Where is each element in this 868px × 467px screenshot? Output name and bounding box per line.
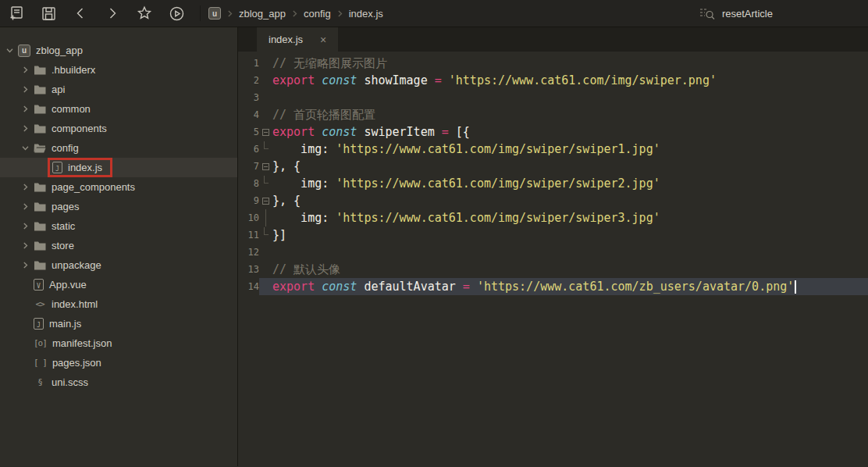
code-line[interactable]: 10 img: 'https://www.cat61.com/img/swipe… xyxy=(238,209,868,226)
code-line[interactable]: 4// 首页轮播图配置 xyxy=(238,106,868,123)
fold-spacer xyxy=(259,55,272,72)
fold-spacer xyxy=(259,278,272,295)
tree-item-api[interactable]: api xyxy=(0,80,237,99)
code-text: img: 'https://www.cat61.com/img/swiper/s… xyxy=(272,141,660,158)
tree-item-index-html[interactable]: <>index.html xyxy=(0,294,237,314)
back-button[interactable] xyxy=(70,3,91,23)
code-line[interactable]: 13// 默认头像 xyxy=(238,261,868,278)
folder-icon xyxy=(34,201,46,212)
save-button[interactable] xyxy=(38,3,59,23)
fold-toggle-icon[interactable] xyxy=(259,123,272,141)
tree-item-components[interactable]: components xyxy=(0,119,237,138)
code-text: img: 'https://www.cat61.com/img/swiper/s… xyxy=(272,175,660,192)
tree-item-manifest-json[interactable]: [o]manifest.json xyxy=(0,333,237,353)
chevron-right-icon[interactable] xyxy=(19,105,32,112)
tree-item-label: index.html xyxy=(52,298,98,310)
code-line[interactable]: 5export const swiperItem = [{ xyxy=(238,123,868,141)
save-icon xyxy=(41,5,57,22)
fold-collapse-glyph xyxy=(262,163,269,170)
line-body: // 首页轮播图配置 xyxy=(259,106,868,123)
breadcrumb-item-config[interactable]: config xyxy=(304,8,331,20)
tree-item-label: uni.scss xyxy=(52,376,88,388)
fold-scope-corner xyxy=(264,141,269,149)
chevron-down-icon[interactable] xyxy=(3,47,16,54)
tree-item--hbuilderx[interactable]: .hbuilderx xyxy=(0,60,237,80)
tree-label-group: pages xyxy=(32,198,84,215)
tree-item-common[interactable]: common xyxy=(0,99,237,119)
folder-icon xyxy=(34,260,46,270)
forward-button[interactable] xyxy=(102,3,123,23)
tree-label-group: VApp.vue xyxy=(32,276,91,293)
js-file-icon: J xyxy=(34,318,44,330)
code-line[interactable]: 7}, { xyxy=(238,158,868,175)
code-line[interactable]: 8 img: 'https://www.cat61.com/img/swiper… xyxy=(238,175,868,192)
code-editor[interactable]: 1// 无缩略图展示图片2export const showImage = 'h… xyxy=(238,52,868,466)
scss-file-icon: § xyxy=(34,377,46,387)
line-number: 2 xyxy=(238,72,259,89)
code-line[interactable]: 9}, { xyxy=(238,192,868,209)
tree-item-label: index.js xyxy=(68,162,102,173)
tab-close-icon[interactable]: × xyxy=(320,34,326,45)
tree-item-main-js[interactable]: Jmain.js xyxy=(0,314,237,333)
line-number: 6 xyxy=(238,141,259,158)
chevron-right-icon[interactable] xyxy=(19,223,32,230)
fold-scope-corner xyxy=(264,176,269,184)
tree-item-index-js[interactable]: Jindex.js xyxy=(0,158,237,177)
code-text: }, { xyxy=(272,192,301,209)
tree-item-page-components[interactable]: page_components xyxy=(0,177,237,197)
code-line[interactable]: 14export const defaultAvatar = 'https://… xyxy=(238,278,868,295)
tree-item-static[interactable]: static xyxy=(0,216,237,236)
chevron-right-icon[interactable] xyxy=(19,66,32,73)
chevron-right-icon[interactable] xyxy=(19,184,32,191)
breadcrumb-item-index-js[interactable]: index.js xyxy=(349,8,383,20)
tree-item-app-vue[interactable]: VApp.vue xyxy=(0,275,237,294)
tree-item-store[interactable]: store xyxy=(0,236,237,255)
chevron-right-icon[interactable] xyxy=(19,242,32,249)
fold-spacer xyxy=(259,106,272,123)
favorite-button[interactable] xyxy=(134,3,155,23)
code-line[interactable]: 11}] xyxy=(238,226,868,244)
chevron-right-icon[interactable] xyxy=(19,86,32,93)
code-line[interactable]: 2export const showImage = 'https://www.c… xyxy=(238,72,868,89)
current-line: export const defaultAvatar = 'https://ww… xyxy=(259,278,868,295)
chevron-right-icon[interactable] xyxy=(19,125,32,132)
code-line[interactable]: 6 img: 'https://www.cat61.com/img/swiper… xyxy=(238,141,868,158)
chevron-right-icon[interactable] xyxy=(19,203,32,210)
code-line[interactable]: 1// 无缩略图展示图片 xyxy=(238,55,868,72)
line-number: 5 xyxy=(238,123,259,141)
tree-item-zblog-app[interactable]: uzblog_app xyxy=(0,41,237,60)
breadcrumb-item-zblog-app[interactable]: zblog_app xyxy=(239,8,286,20)
toolbar-search[interactable]: resetArticle xyxy=(699,6,773,21)
tab-index-js[interactable]: index.js × xyxy=(257,27,338,52)
chevron-right-icon[interactable] xyxy=(19,262,32,269)
tree-item-pages[interactable]: pages xyxy=(0,197,237,216)
tree-item-uni-scss[interactable]: §uni.scss xyxy=(0,373,237,392)
tree-label-group: static xyxy=(32,218,80,234)
chevron-right-icon xyxy=(226,10,233,17)
chevron-down-icon[interactable] xyxy=(19,144,32,152)
tree-item-label: config xyxy=(52,142,79,154)
line-number: 11 xyxy=(238,226,259,244)
fold-toggle-icon[interactable] xyxy=(259,192,272,209)
tree-item-pages-json[interactable]: [ ]pages.json xyxy=(0,353,237,373)
code-line[interactable]: 12 xyxy=(238,244,868,261)
tree-item-config[interactable]: config xyxy=(0,138,237,158)
folder-icon xyxy=(34,65,46,75)
tree-label-group: components xyxy=(32,120,112,137)
run-button[interactable] xyxy=(166,3,187,23)
folder-icon xyxy=(34,104,46,114)
line-number: 7 xyxy=(238,158,259,175)
tree-item-unpackage[interactable]: unpackage xyxy=(0,255,237,275)
code-text: // 无缩略图展示图片 xyxy=(272,55,387,72)
line-body: // 默认头像 xyxy=(259,261,868,278)
fold-toggle-icon[interactable] xyxy=(259,158,272,175)
new-file-button[interactable] xyxy=(6,3,27,23)
line-body: // 无缩略图展示图片 xyxy=(259,55,868,72)
back-icon xyxy=(73,5,88,21)
code-line[interactable]: 3 xyxy=(238,89,868,106)
editor-tab-bar: index.js × xyxy=(238,27,868,52)
uniapp-project-icon: u xyxy=(18,45,30,57)
tree-item-label: App.vue xyxy=(49,279,87,291)
folder-icon xyxy=(34,182,46,192)
tab-label: index.js xyxy=(269,34,303,45)
